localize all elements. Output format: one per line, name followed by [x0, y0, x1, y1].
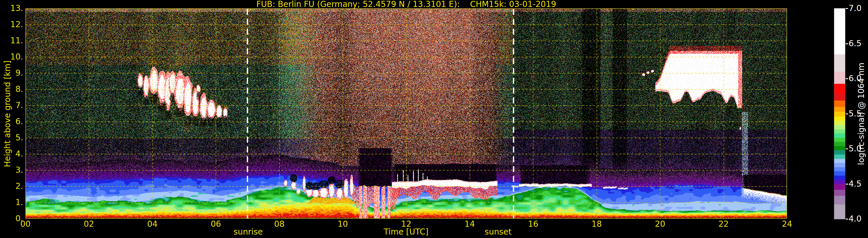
colorbar-segment — [834, 163, 845, 167]
colorbar-segment — [834, 167, 845, 171]
colorbar-segment — [834, 116, 845, 121]
y-tick-label: 10. — [1, 52, 23, 62]
x-tick-label: 12 — [394, 220, 419, 229]
colorbar-segment — [834, 93, 845, 101]
y-tick-label: 4. — [1, 149, 23, 159]
y-tick-label: 9. — [1, 68, 23, 78]
colorbar-segment — [834, 100, 845, 107]
colorbar — [834, 8, 845, 219]
x-tick-label: 20 — [647, 220, 673, 229]
colorbar-segment — [834, 8, 845, 54]
colorbar-tick-mark — [846, 184, 848, 184]
y-tick-label: 7. — [1, 101, 23, 110]
colorbar-segment — [834, 184, 845, 190]
x-tick-label: 24 — [774, 220, 800, 229]
colorbar-segment — [834, 142, 845, 146]
colorbar-segment — [834, 133, 845, 138]
backscatter-heatmap — [26, 8, 787, 219]
colorbar-tick-label: 4.0 — [848, 214, 868, 224]
x-tick-label: 00 — [13, 220, 38, 229]
colorbar-label: log(rc-signal) @ 1064 nm — [857, 27, 866, 200]
y-tick-label: 3. — [1, 166, 23, 175]
colorbar-segment — [834, 111, 845, 117]
colorbar-segment — [834, 107, 845, 112]
colorbar-segment — [834, 154, 845, 159]
colorbar-segment — [834, 171, 845, 176]
colorbar-segment — [834, 159, 845, 163]
colorbar-segment — [834, 180, 845, 184]
y-tick-label: 5. — [1, 133, 23, 142]
colorbar-segment — [834, 146, 845, 150]
colorbar-segment — [834, 196, 845, 204]
colorbar-segment — [834, 125, 845, 129]
x-tick-label: 22 — [711, 220, 736, 229]
y-tick-label: 6. — [1, 117, 23, 126]
x-tick-label: 18 — [584, 220, 610, 229]
ceilometer-quicklook: FUB: Berlin FU (Germany; 52.4579 N / 13.… — [0, 0, 868, 238]
x-tick-label: 10 — [330, 220, 355, 229]
y-tick-label: 13. — [1, 4, 23, 13]
y-tick-label: 12. — [1, 20, 23, 29]
colorbar-segment — [834, 83, 845, 94]
y-tick-label: 2. — [1, 182, 23, 191]
colorbar-segment — [834, 137, 845, 142]
colorbar-tick-mark — [846, 148, 848, 149]
colorbar-tick-mark — [846, 113, 848, 114]
colorbar-tick-mark — [846, 43, 848, 44]
y-tick-label: 11. — [1, 36, 23, 45]
colorbar-tick-mark — [846, 219, 848, 219]
colorbar-tick-mark — [846, 8, 848, 9]
y-tick-label: 8. — [1, 84, 23, 94]
colorbar-segment — [834, 175, 845, 180]
colorbar-segment — [834, 121, 845, 125]
colorbar-segment — [834, 190, 845, 196]
sunrise-annotation: sunrise — [219, 227, 277, 237]
colorbar-segment — [834, 204, 845, 219]
colorbar-segment — [834, 129, 845, 133]
colorbar-segment — [834, 54, 845, 72]
y-tick-label: 1. — [1, 198, 23, 207]
x-tick-label: 04 — [140, 220, 165, 229]
x-tick-label: 02 — [76, 220, 101, 229]
sunset-annotation: sunset — [469, 227, 527, 237]
page-title: FUB: Berlin FU (Germany; 52.4579 N / 13.… — [26, 0, 787, 9]
colorbar-segment — [834, 72, 845, 84]
colorbar-segment — [834, 150, 845, 155]
colorbar-tick-mark — [846, 78, 848, 79]
colorbar-tick-label: 7.0 — [848, 4, 868, 13]
